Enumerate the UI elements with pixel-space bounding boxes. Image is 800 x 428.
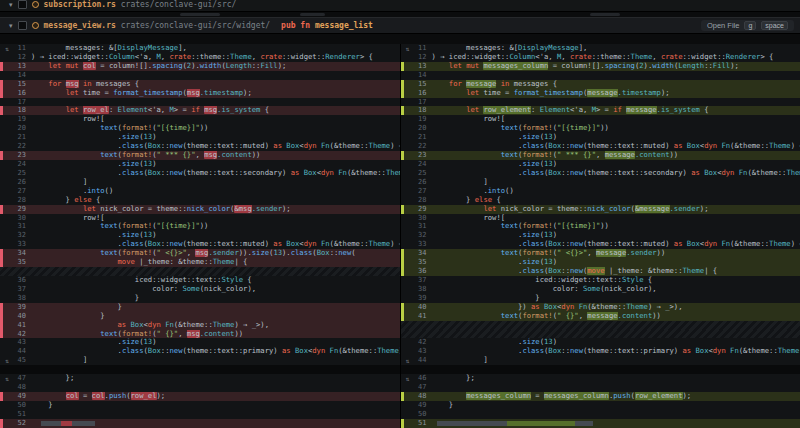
diff-line-right[interactable]: 13 let mut messages_column = column![].s… [401, 62, 800, 71]
diff-line-right[interactable]: 32 .size(13) [401, 231, 800, 240]
diff-line-right[interactable]: 26 ] [401, 178, 800, 187]
diff-line-right[interactable]: 36 .class(Box::new(move |_theme: &theme:… [401, 267, 800, 276]
diff-line-left[interactable]: 17 [0, 98, 401, 107]
diff-line-right[interactable]: 51 [401, 419, 800, 428]
fold-icon[interactable]: ⇅ [3, 374, 11, 383]
diff-line-left[interactable]: 19 row![ [0, 115, 401, 124]
diff-line-right[interactable]: 24 .size(13) [401, 160, 800, 169]
diff-line-left[interactable]: 49 col = col.push(row_el); [0, 392, 401, 401]
diff-line-left[interactable]: 52 [0, 419, 401, 428]
diff-line-right[interactable]: ⇅11 messages: &[DisplayMessage], [401, 44, 800, 53]
stage-checkbox[interactable] [18, 21, 27, 30]
diff-line-left[interactable]: 30 row![ [0, 214, 401, 223]
diff-line-right[interactable]: 34 text(format!(" <{}>", message.sender)… [401, 249, 800, 258]
diff-line-right[interactable]: 40 }) as Box<dyn Fn(&theme::Theme) → _>)… [401, 303, 800, 312]
diff-line-left[interactable]: 12) → iced::widget::Column<'a, M, crate:… [0, 53, 401, 62]
diff-line-left[interactable]: 41 as Box<dyn Fn(&theme::Theme) → _>), [0, 321, 401, 330]
diff-line-left[interactable]: 37 color: Some(nick_color), [0, 285, 401, 294]
diff-line-left[interactable]: 48 [0, 383, 401, 392]
diff-line-left[interactable]: 35 move |_theme: &theme::Theme| { [0, 258, 401, 267]
diff-line-right[interactable]: 27 .into() [401, 187, 800, 196]
diff-line-right[interactable]: 30 row![ [401, 214, 800, 223]
diff-line-left[interactable]: 26 ] [0, 178, 401, 187]
diff-panel[interactable]: ⇅11 messages: &[DisplayMessage],⇅11 mess… [0, 44, 800, 428]
diff-line-right[interactable]: 41 text(format!(" {}", message.content)) [401, 312, 800, 321]
diff-line-right[interactable]: 48 messages_column = messages_column.pus… [401, 392, 800, 401]
diff-line-right[interactable]: 19 row![ [401, 115, 800, 124]
diff-line-right[interactable]: 50 [401, 410, 800, 419]
diff-line-right[interactable]: 47 [401, 383, 800, 392]
diff-line-left[interactable]: 32 .size(13) [0, 231, 401, 240]
diff-line-left[interactable]: 28 } else { [0, 196, 401, 205]
diff-line-right[interactable]: ⇅46 }; [401, 374, 800, 383]
diff-line-right[interactable]: 18 let row_element: Element<'a, M> = if … [401, 106, 800, 115]
fold-icon[interactable]: ⇅ [3, 44, 11, 53]
diff-line-right[interactable]: 20 text(format!("[{time}]")) [401, 124, 800, 133]
diff-line-left[interactable]: 29 let nick_color = theme::nick_color(&m… [0, 205, 401, 214]
diff-line-left[interactable]: 39 } [0, 303, 401, 312]
diff-line-left[interactable]: 43 .size(13) [0, 338, 401, 347]
diff-line-right[interactable]: 14 [401, 71, 800, 80]
diff-line-left[interactable]: 31 text(format!("[{time}]")) [0, 222, 401, 231]
diff-line-left[interactable]: 51 [0, 410, 401, 419]
fold-icon[interactable]: ⇅ [404, 356, 412, 365]
diff-line-left[interactable]: 25 .class(Box::new(theme::text::secondar… [0, 169, 401, 178]
diff-line-left[interactable]: 16 let time = format_timestamp(msg.times… [0, 89, 401, 98]
diff-line-right[interactable]: 49 } [401, 401, 800, 410]
diff-line-right[interactable]: 21 .size(13) [401, 133, 800, 142]
diff-line-left[interactable]: ⇅47 }; [0, 374, 401, 383]
fold-icon[interactable]: ⇅ [3, 356, 11, 365]
diff-line-right[interactable]: 29 let nick_color = theme::nick_color(&m… [401, 205, 800, 214]
diff-line-right[interactable]: 42 .size(13) [401, 338, 800, 347]
diff-line-right[interactable]: 16 let time = format_timestamp(message.t… [401, 89, 800, 98]
diff-line-left[interactable]: 13 let mut col = column![].spacing(2).wi… [0, 62, 401, 71]
diff-line-right[interactable] [401, 321, 800, 330]
diff-line-left[interactable]: 27 .into() [0, 187, 401, 196]
diff-line-left[interactable]: 42 text(format!(" {}", msg.content)) [0, 330, 401, 339]
diff-line-right[interactable]: 35 .size(13) [401, 258, 800, 267]
file-header-subscription[interactable]: ▾ subscription.rs crates/conclave-gui/sr… [0, 0, 800, 12]
diff-line-right[interactable]: 17 [401, 98, 800, 107]
diff-line-right[interactable]: 15 for message in messages { [401, 80, 800, 89]
diff-line-left[interactable]: 21 .size(13) [0, 133, 401, 142]
open-file-button[interactable]: Open File [707, 21, 740, 30]
diff-line-left[interactable] [0, 267, 401, 276]
diff-line-left[interactable]: ⇅45 ] [0, 356, 401, 365]
diff-line-left[interactable]: 18 let row_el: Element<'a, M> = if msg.i… [0, 106, 401, 115]
diff-line-left[interactable]: 15 for msg in messages { [0, 80, 401, 89]
diff-line-right[interactable]: 38 color: Some(nick_color), [401, 285, 800, 294]
chevron-down-icon[interactable]: ▾ [9, 1, 13, 8]
diff-line-left[interactable]: 38 } [0, 294, 401, 303]
diff-line-right[interactable] [401, 365, 800, 374]
diff-line-left[interactable]: 24 .size(13) [0, 160, 401, 169]
diff-line-right[interactable] [401, 330, 800, 339]
diff-line-right[interactable]: ⇅44 ] [401, 356, 800, 365]
chevron-down-icon[interactable]: ▾ [9, 22, 13, 29]
fold-icon[interactable]: ⇅ [404, 374, 412, 383]
diff-line-left[interactable] [0, 365, 401, 374]
diff-line-right[interactable]: 28 } else { [401, 196, 800, 205]
diff-line-right[interactable]: 23 text(format!(" *** {}", message.conte… [401, 151, 800, 160]
diff-line-left[interactable]: 44 .class(Box::new(theme::text::primary)… [0, 347, 401, 356]
diff-line-left[interactable]: 22 .class(Box::new(theme::text::muted) a… [0, 142, 401, 151]
diff-line-right[interactable]: 31 text(format!("[{time}]")) [401, 222, 800, 231]
diff-line-right[interactable]: 25 .class(Box::new(theme::text::secondar… [401, 169, 800, 178]
diff-line-left[interactable]: 23 text(format!(" *** {}", msg.content)) [0, 151, 401, 160]
diff-line-right[interactable]: 43 .class(Box::new(theme::text::primary)… [401, 347, 800, 356]
diff-line-left[interactable]: ⇅11 messages: &[DisplayMessage], [0, 44, 401, 53]
diff-line-right[interactable]: 22 .class(Box::new(theme::text::muted) a… [401, 142, 800, 151]
diff-line-right[interactable]: 33 .class(Box::new(theme::text::muted) a… [401, 240, 800, 249]
diff-line-left[interactable]: 33 .class(Box::new(theme::text::muted) a… [0, 240, 401, 249]
stage-checkbox[interactable] [18, 0, 27, 9]
diff-line-left[interactable]: 14 [0, 71, 401, 80]
diff-line-right[interactable]: 37 iced::widget::text::Style { [401, 276, 800, 285]
diff-line-left[interactable]: 40 } [0, 312, 401, 321]
diff-line-right[interactable]: 12) → iced::widget::Column<'a, M, crate:… [401, 53, 800, 62]
fold-icon[interactable]: ⇅ [404, 44, 412, 53]
diff-line-left[interactable]: 34 text(format!(" <{}>", msg.sender)).si… [0, 249, 401, 258]
file-header-message-view[interactable]: ▾ message_view.rs crates/conclave-gui/sr… [0, 17, 800, 34]
diff-line-left[interactable]: 20 text(format!("[{time}]")) [0, 124, 401, 133]
diff-line-left[interactable]: 50 } [0, 401, 401, 410]
diff-line-right[interactable]: 39 } [401, 294, 800, 303]
diff-line-left[interactable]: 36 iced::widget::text::Style { [0, 276, 401, 285]
